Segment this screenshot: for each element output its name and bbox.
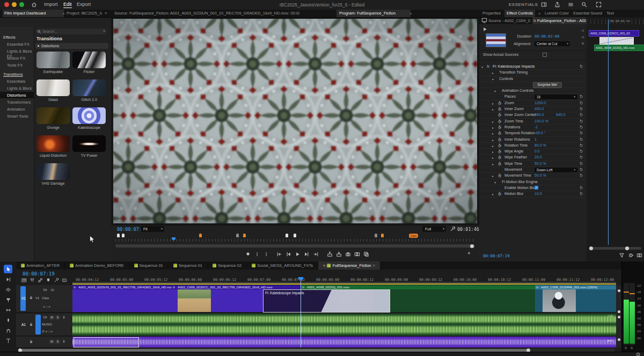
razor-tool[interactable] — [4, 295, 12, 304]
fx-icon[interactable]: fx — [487, 64, 489, 68]
timeline-settings-icon[interactable] — [54, 278, 59, 283]
stopwatch-icon[interactable] — [497, 149, 502, 154]
insert-audio-icon[interactable] — [43, 315, 47, 319]
reset-parameter-icon[interactable] — [579, 143, 583, 148]
enable-motion-blur-checkbox[interactable]: ✓ — [535, 186, 538, 190]
stopwatch-icon[interactable] — [497, 131, 502, 135]
stopwatch-icon[interactable] — [497, 162, 502, 166]
reset-parameter-icon[interactable] — [579, 173, 583, 178]
twirl-icon[interactable]: ▾ — [494, 89, 496, 93]
monitor-marker[interactable] — [122, 234, 125, 237]
twirl-icon[interactable]: ▸ — [492, 120, 494, 123]
comparison-view-button[interactable] — [354, 251, 362, 258]
twirl-icon[interactable]: ▸ — [492, 192, 494, 196]
reset-parameter-icon[interactable] — [579, 168, 583, 172]
reset-parameter-icon[interactable] — [579, 192, 583, 196]
pin-to-clip-icon[interactable] — [628, 252, 634, 258]
monitor-marker-tag[interactable]: Can — [409, 234, 418, 238]
stopwatch-icon[interactable] — [497, 101, 502, 105]
twirl-icon[interactable]: ▸ — [492, 150, 494, 154]
workspaces-menu-icon[interactable] — [568, 2, 574, 8]
reset-parameter-icon[interactable] — [579, 149, 583, 154]
param-value[interactable]: 1 — [535, 137, 537, 141]
reset-parameter-icon[interactable] — [579, 107, 583, 111]
monitor-ruler[interactable] — [115, 239, 475, 242]
monitor-settings-icon[interactable] — [450, 226, 456, 232]
ripple-edit-tool[interactable] — [4, 285, 12, 294]
captions-icon[interactable] — [62, 278, 67, 283]
track-resize-knob[interactable] — [618, 289, 620, 292]
reset-parameter-icon[interactable] — [579, 162, 583, 166]
surprise-me-button[interactable]: Surprise Me! — [533, 82, 562, 88]
mini-scrollbar-handle-left[interactable] — [589, 246, 593, 250]
transition-thumb-flicker[interactable] — [72, 52, 106, 68]
program-panel-menu-icon[interactable]: ≡ — [409, 12, 412, 16]
a2-track-header[interactable]: MS — [16, 337, 72, 348]
a1-music-clip[interactable]: ◇ fx — [72, 314, 616, 336]
keyframe-nav[interactable]: ◂ ◇ ▸ — [43, 304, 50, 308]
nest-icon[interactable] — [21, 278, 27, 283]
workspace-label[interactable]: ESSENTIALS — [509, 2, 538, 7]
param-value[interactable]: 960.0 — [535, 113, 544, 117]
timeline-tab-social-mess-around-fxts[interactable]: Social_MESS_AROUND_FXTs — [247, 261, 318, 270]
param-value[interactable]: 50.0 % — [535, 173, 546, 177]
twirl-icon[interactable]: ▸ — [492, 138, 494, 142]
mark-out-button[interactable]: } — [262, 251, 270, 258]
settings-button[interactable] — [363, 251, 371, 258]
stopwatch-icon[interactable] — [497, 173, 502, 178]
solo-right[interactable]: S — [631, 346, 633, 350]
monitor-scrollbar-handle[interactable] — [470, 244, 474, 248]
reset-parameter-icon[interactable] — [579, 137, 583, 142]
export-frame-button[interactable] — [345, 251, 353, 258]
reset-parameter-icon[interactable] — [579, 155, 583, 159]
timeline-tab-fullsequence-fiction[interactable]: ×FullSequence_Fiction≡ — [318, 261, 380, 270]
twirl-icon[interactable]: ▸ — [492, 144, 494, 148]
transition-thumb-glass[interactable] — [36, 79, 70, 96]
track-resize-knob[interactable] — [618, 338, 620, 341]
param-value[interactable]: 80.0 % — [535, 143, 546, 147]
a1-track-header[interactable]: MSA1MUSICØ ◂ ◇ ▸ — [16, 314, 72, 336]
ecp-sequence-subtab[interactable]: fx FullSequence_Fiction - A002... — [532, 17, 586, 24]
voiceover-record-icon[interactable] — [62, 315, 66, 319]
extract-button[interactable] — [336, 251, 343, 258]
tab-properties[interactable]: Properties — [482, 10, 501, 17]
info-icon[interactable] — [636, 352, 640, 356]
v1-track-label[interactable]: Clips — [42, 296, 49, 300]
param-value[interactable]: -1 — [535, 125, 538, 129]
timeline-tab-animation-demo-before[interactable]: Animation Demo_BEFORE — [65, 261, 129, 270]
stopwatch-icon[interactable] — [497, 119, 502, 123]
tab-source-monitor[interactable]: Source: FullSequence_Fiction: A001_A003_… — [114, 10, 299, 17]
zoom-level-dropdown[interactable]: Fit▾ — [141, 226, 164, 232]
filter-properties-icon[interactable] — [619, 252, 625, 258]
clip-purple[interactable]: A001_A003_0220UN_001_01_REC709_GRADED_16… — [72, 285, 172, 312]
param-value-2[interactable]: 540.0 — [556, 113, 566, 117]
twirl-icon[interactable]: ▸ — [492, 162, 494, 166]
alignment-dropdown[interactable]: Center at Cut ▾ — [535, 41, 570, 46]
transition-thumb-kaleidoscope[interactable] — [72, 107, 106, 124]
timeline-tab-sequence-01[interactable]: Sequence 01 — [129, 261, 169, 270]
mini-scrollbar-handle-right[interactable] — [625, 246, 629, 250]
a2-audio-clip[interactable]: ◂▸ fx — [72, 337, 616, 347]
clip-blue[interactable]: A002_C008_0220RW_001.mov [150%]fx — [535, 285, 616, 312]
monitor-marker[interactable] — [199, 234, 202, 237]
v1-track-header[interactable]: V1V1Clips◂ ◇ ▸ — [16, 285, 72, 313]
a2-mute-button[interactable]: M — [49, 339, 54, 344]
param-value[interactable]: 10.0 — [535, 192, 542, 195]
stopwatch-icon[interactable] — [497, 137, 502, 142]
reset-parameter-icon[interactable] — [579, 101, 583, 105]
transition-thumb-grunge[interactable] — [36, 107, 70, 124]
twirl-icon[interactable]: ▾ — [492, 77, 494, 81]
timeline-timecode[interactable]: 00:00:07:19 — [23, 271, 55, 277]
transition-thumb-glitch-2-0[interactable] — [72, 79, 106, 96]
keyframe-nav[interactable]: Ø ◂ ◇ ▸ — [42, 329, 53, 333]
play-transition-icon[interactable] — [482, 26, 488, 32]
tab-essential-sound[interactable]: Essential Sound — [573, 10, 602, 17]
mark-in-button[interactable]: { — [253, 251, 261, 258]
show-actual-sources-checkbox[interactable] — [543, 53, 547, 57]
stopwatch-icon[interactable] — [497, 125, 502, 129]
quick-search-icon[interactable] — [581, 2, 587, 8]
reset-parameter-icon[interactable] — [579, 95, 583, 99]
audio-meters[interactable]: -12-18-24-30-36-42-48-54-60SS — [621, 261, 644, 352]
param-value[interactable]: 400.0 — [535, 107, 544, 111]
playback-resolution-dropdown[interactable]: Full▾ — [422, 226, 446, 232]
